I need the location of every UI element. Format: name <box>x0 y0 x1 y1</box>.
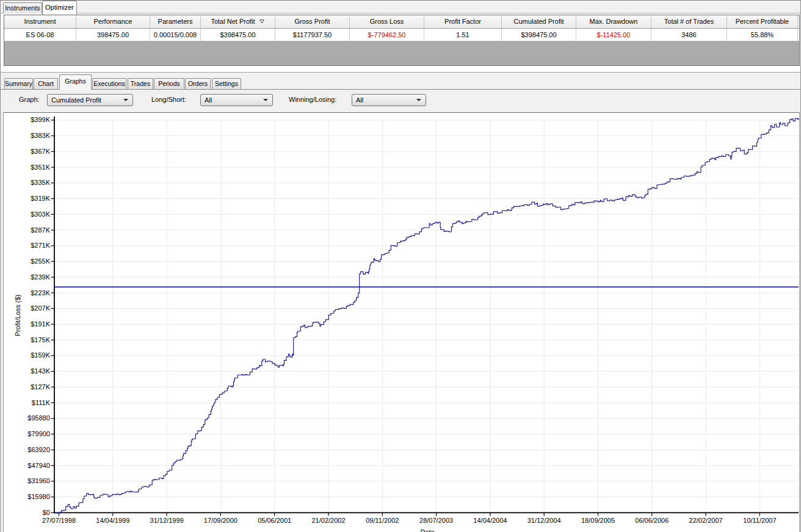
svg-text:$335K: $335K <box>31 179 50 186</box>
svg-text:28/07/2003: 28/07/2003 <box>419 517 453 524</box>
svg-text:18/09/2005: 18/09/2005 <box>581 517 615 524</box>
svg-text:$31960: $31960 <box>27 477 50 484</box>
svg-text:$0: $0 <box>43 509 50 516</box>
svg-text:06/06/2006: 06/06/2006 <box>635 517 669 524</box>
svg-text:$175K: $175K <box>31 336 50 343</box>
svg-text:$159K: $159K <box>31 351 50 359</box>
svg-text:$95880: $95880 <box>27 414 50 422</box>
svg-text:$287K: $287K <box>31 226 50 234</box>
svg-text:17/09/2000: 17/09/2000 <box>204 517 237 524</box>
svg-text:$351K: $351K <box>31 164 50 171</box>
svg-text:$255K: $255K <box>31 257 50 265</box>
svg-text:$239K: $239K <box>31 273 50 281</box>
svg-text:09/11/2002: 09/11/2002 <box>366 517 399 524</box>
svg-text:$191K: $191K <box>31 320 50 328</box>
svg-text:31/12/1999: 31/12/1999 <box>150 517 184 524</box>
svg-text:$383K: $383K <box>31 132 50 139</box>
svg-text:$15980: $15980 <box>27 493 50 500</box>
svg-text:$47940: $47940 <box>27 462 50 469</box>
svg-text:$79900: $79900 <box>27 430 50 437</box>
svg-text:05/06/2001: 05/06/2001 <box>258 517 291 524</box>
svg-text:$303K: $303K <box>31 210 50 218</box>
svg-text:10/11/2007: 10/11/2007 <box>743 517 776 524</box>
svg-text:$399K: $399K <box>31 116 50 123</box>
svg-text:Profit/Loss ($): Profit/Loss ($) <box>14 295 21 336</box>
svg-text:21/02/2002: 21/02/2002 <box>311 517 345 524</box>
svg-text:$143K: $143K <box>31 367 50 375</box>
svg-text:22/02/2007: 22/02/2007 <box>689 517 723 524</box>
svg-text:$111K: $111K <box>32 399 51 406</box>
svg-text:14/04/2004: 14/04/2004 <box>473 517 507 524</box>
svg-text:Date: Date <box>420 528 434 532</box>
svg-text:$63920: $63920 <box>27 446 50 453</box>
svg-text:$271K: $271K <box>31 242 50 249</box>
svg-text:$367K: $367K <box>31 148 50 155</box>
svg-text:$127K: $127K <box>31 383 50 390</box>
svg-text:$223K: $223K <box>31 289 50 297</box>
svg-text:$319K: $319K <box>31 195 50 202</box>
svg-text:14/04/1999: 14/04/1999 <box>96 517 129 524</box>
svg-text:$207K: $207K <box>31 304 50 312</box>
svg-text:31/12/2004: 31/12/2004 <box>527 517 561 524</box>
svg-text:27/07/1998: 27/07/1998 <box>42 517 76 524</box>
